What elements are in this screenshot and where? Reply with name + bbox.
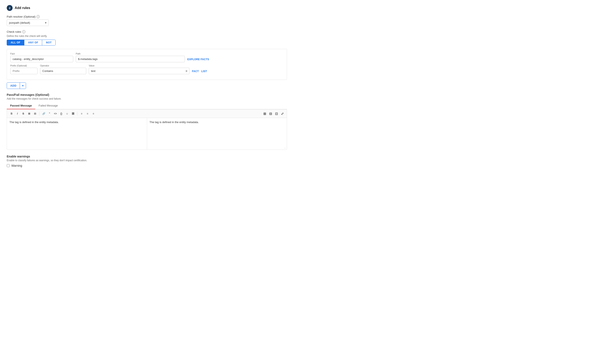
value-input[interactable] (89, 68, 189, 74)
list-ol-button[interactable]: ≡ (85, 111, 90, 116)
check-rules-toggle-group: ALL OF ANY OF NOT (7, 40, 56, 46)
check-rules-info-icon[interactable]: i (22, 30, 25, 33)
quote-button[interactable]: " (47, 111, 52, 116)
fact-input[interactable] (10, 56, 73, 62)
check-rules-section: Check rules i Define the rules the check… (7, 30, 287, 89)
image-button[interactable]: 🖼 (70, 111, 76, 116)
view-mode-3-button[interactable]: ⊡ (274, 111, 279, 116)
fact-button[interactable]: FACT (192, 70, 199, 73)
pass-fail-section: Pass/Fail messages (Optional) Add the me… (7, 93, 287, 150)
operator-input[interactable] (40, 68, 86, 74)
warning-checkbox[interactable] (7, 164, 10, 167)
code-button[interactable]: <> (53, 111, 58, 116)
resize-handle-icon[interactable]: ... (284, 146, 286, 149)
add-button-group: ADD ▼ (7, 82, 26, 89)
strikethrough-button[interactable]: S (21, 111, 26, 116)
enable-warnings-section: Enable warnings Enable to classify failu… (7, 155, 287, 167)
chevron-down-icon: ▼ (22, 84, 24, 87)
bold-button[interactable]: B (9, 111, 14, 116)
check-rules-label: Check rules i (7, 30, 287, 33)
path-resolver-label: Path resolver (Optional) i (7, 15, 287, 18)
path-resolver-select[interactable]: jsonpath (default) jsonpath jmespath (7, 20, 49, 26)
path-resolver-section: Path resolver (Optional) i jsonpath (def… (7, 15, 287, 26)
tab-failed-message[interactable]: Failed Message (35, 102, 61, 109)
prefix-input[interactable] (10, 68, 38, 74)
warnings-title: Enable warnings (7, 155, 287, 158)
view-mode-2-button[interactable]: ⊟ (268, 111, 273, 116)
editor-preview-text: The tag is defined in the entity metadat… (150, 121, 199, 124)
toggle-not[interactable]: NOT (42, 40, 55, 45)
add-button[interactable]: ADD (7, 83, 20, 89)
editor-input-pane[interactable]: The tag is defined in the entity metadat… (7, 118, 147, 150)
list-ul-button[interactable]: ≡ (79, 111, 84, 116)
prefix-field: Prefix (Optional) (10, 64, 38, 74)
editor-container: B I S ⊞ ⊟ 🔗 " <> {} ☺ 🖼 ≡ ≡ ≡ (7, 109, 287, 150)
value-wrapper: ✕ (89, 68, 189, 74)
explore-facts-button[interactable]: EXPLORE FACTS (187, 56, 209, 62)
editor-body: The tag is defined in the entity metadat… (7, 118, 287, 150)
fact-list-buttons: FACT LIST (192, 68, 207, 74)
path-input[interactable] (76, 56, 185, 62)
link-button[interactable]: 🔗 (41, 111, 46, 116)
editor-toolbar: B I S ⊞ ⊟ 🔗 " <> {} ☺ 🖼 ≡ ≡ ≡ (7, 109, 287, 118)
table-button[interactable]: ⊞ (27, 111, 32, 116)
editor-input-text: The tag is defined in the entity metadat… (9, 121, 59, 124)
warning-checkbox-label[interactable]: Warning (11, 164, 22, 167)
toggle-any-of[interactable]: ANY OF (24, 40, 42, 45)
section-title: Add rules (15, 6, 30, 10)
table2-button[interactable]: ⊟ (33, 111, 38, 116)
toggle-all-of[interactable]: ALL OF (7, 40, 24, 45)
pass-fail-description: Add the messages for check success and f… (7, 97, 287, 100)
check-rules-description: Define the rules the check will verify. (7, 35, 287, 38)
tab-passed-message[interactable]: Passed Message (7, 102, 35, 109)
toolbar-right: ⊞ ⊟ ⊡ ⤢ (262, 111, 285, 116)
path-resolver-select-wrapper: jsonpath (default) jsonpath jmespath ▼ (7, 20, 49, 26)
toolbar-separator-1 (39, 112, 40, 116)
pass-fail-title: Pass/Fail messages (Optional) (7, 93, 287, 96)
operator-label: Operator (40, 64, 86, 67)
section-header: 2 Add rules (7, 5, 287, 11)
message-tabs: Passed Message Failed Message (7, 102, 287, 109)
path-resolver-info-icon[interactable]: i (37, 15, 40, 18)
warnings-description: Enable to classify failures as warnings,… (7, 159, 287, 162)
path-label: Path (76, 52, 185, 55)
path-field: Path (76, 52, 185, 62)
warning-checkbox-row: Warning (7, 164, 287, 167)
rule-row-2: Prefix (Optional) Operator Value ✕ FACT (10, 64, 283, 74)
code2-button[interactable]: {} (59, 111, 64, 116)
value-label: Value (89, 64, 189, 67)
step-badge: 2 (7, 5, 13, 11)
toolbar-left: B I S ⊞ ⊟ 🔗 " <> {} ☺ 🖼 ≡ ≡ ≡ (9, 111, 96, 116)
list-button[interactable]: LIST (201, 70, 207, 73)
prefix-label: Prefix (Optional) (10, 64, 38, 67)
italic-button[interactable]: I (15, 111, 20, 116)
page-container: 2 Add rules Path resolver (Optional) i j… (0, 0, 294, 172)
value-field: Value ✕ (89, 64, 189, 74)
add-dropdown-button[interactable]: ▼ (20, 83, 26, 89)
rule-card: Fact Path EXPLORE FACTS Prefix (Optional… (7, 49, 287, 80)
fact-label: Fact (10, 52, 73, 55)
editor-preview-pane: The tag is defined in the entity metadat… (147, 118, 287, 150)
emoji-button[interactable]: ☺ (65, 111, 70, 116)
rule-row-1: Fact Path EXPLORE FACTS (10, 52, 283, 62)
toolbar-separator-2 (77, 112, 78, 116)
fact-field: Fact (10, 52, 73, 62)
operator-field: Operator (40, 64, 86, 74)
fullscreen-button[interactable]: ⤢ (280, 111, 285, 116)
view-mode-1-button[interactable]: ⊞ (262, 111, 267, 116)
indent-button[interactable]: ≡ (91, 111, 96, 116)
value-clear-button[interactable]: ✕ (185, 69, 188, 73)
